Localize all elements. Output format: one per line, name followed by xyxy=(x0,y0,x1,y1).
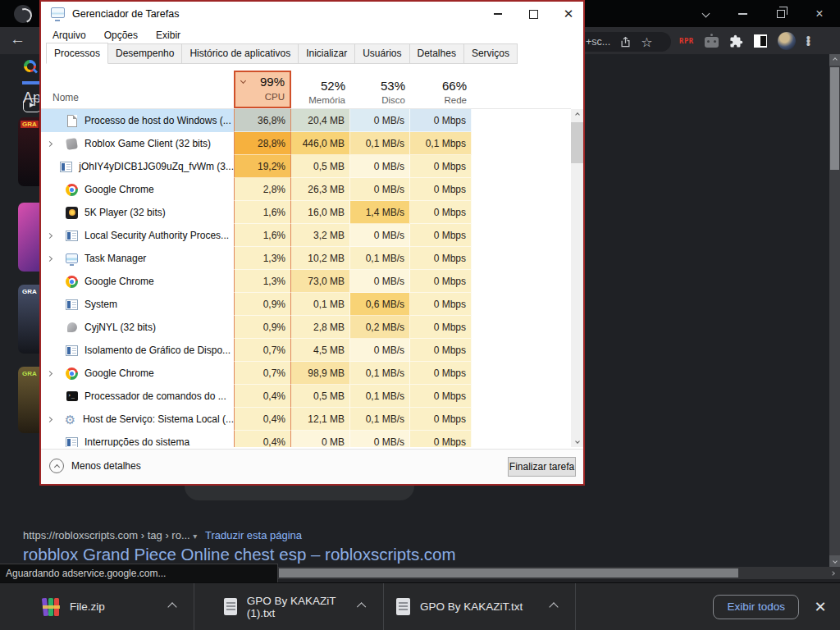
table-row[interactable]: Interrupções do sistema0,4%0 MB0 MB/s0 M… xyxy=(41,431,571,447)
robot-extension-icon[interactable] xyxy=(705,37,719,48)
tab-processos[interactable]: Processos xyxy=(46,43,108,64)
chevron-up-icon[interactable] xyxy=(549,602,558,611)
table-row[interactable]: Isolamento de Gráfico de Dispo...0,7%4,5… xyxy=(41,339,571,362)
table-row[interactable]: Google Chrome1,3%73,0 MB0 MB/s0 Mbps xyxy=(41,270,571,293)
video-play-icon xyxy=(23,98,41,112)
table-row[interactable]: jOhIY4yDICB1JG09uZq_fvWm (3...19,2%0,5 M… xyxy=(41,155,571,178)
disk-cell: 0,1 MB/s xyxy=(350,385,410,408)
download-item[interactable]: GPO By KAKAZiT (1).txt xyxy=(194,583,384,630)
memory-cell: 0,5 MB xyxy=(291,385,350,408)
menu-exibir[interactable]: Exibir xyxy=(156,30,180,41)
list-scroll-thumb[interactable] xyxy=(571,122,583,163)
share-icon[interactable] xyxy=(619,36,632,48)
process-name-cell: Roblox Game Client (32 bits) xyxy=(41,132,234,155)
column-header-disk[interactable]: 53% Disco xyxy=(350,79,405,105)
table-row[interactable]: Processo de host do Windows (...36,8%20,… xyxy=(41,109,571,132)
scroll-down-button[interactable] xyxy=(829,555,840,567)
scroll-right-button[interactable] xyxy=(826,567,838,579)
tab-detalhes[interactable]: Detalhes xyxy=(410,43,464,64)
tab-servi-os[interactable]: Serviços xyxy=(464,43,518,64)
cpu-cell: 0,7% xyxy=(234,339,291,362)
tab-favicon-icon[interactable] xyxy=(14,5,32,23)
process-name: Google Chrome xyxy=(84,276,154,287)
browser-status-bar: Aguardando adservice.google.com... xyxy=(0,564,278,582)
collapse-circle-icon xyxy=(49,459,64,473)
table-row[interactable]: Google Chrome2,8%26,3 MB0 MB/s0 Mbps xyxy=(41,178,571,201)
page-vertical-scrollbar[interactable] xyxy=(829,54,840,567)
column-header-memory[interactable]: 52% Memória xyxy=(291,79,345,105)
search-icon[interactable] xyxy=(24,60,36,72)
download-item[interactable]: File.zip xyxy=(0,583,194,630)
table-row[interactable]: System0,9%0,1 MB0,6 MB/s0 Mbps xyxy=(41,293,571,316)
end-task-button[interactable]: Finalizar tarefa xyxy=(508,457,576,477)
expand-chevron-icon[interactable] xyxy=(48,142,59,146)
process-name-cell: Interrupções do sistema xyxy=(41,431,234,447)
table-row[interactable]: 5K Player (32 bits)1,6%16,0 MB1,4 MB/s0 … xyxy=(41,201,571,224)
red-extension-icon[interactable]: RPR xyxy=(679,37,694,45)
tm-maximize-button[interactable] xyxy=(518,2,548,26)
chrome-icon xyxy=(65,183,79,197)
memory-cell: 0,5 MB xyxy=(291,155,350,178)
cpu-cell: 0,9% xyxy=(234,293,291,316)
gear-icon: ⚙ xyxy=(63,413,77,427)
less-details-button[interactable]: Menos detalhes xyxy=(49,459,141,473)
table-row[interactable]: Roblox Game Client (32 bits)28,8%446,0 M… xyxy=(41,132,571,155)
memory-cell: 3,2 MB xyxy=(291,224,350,247)
tab-hist-rico-de-aplicativos[interactable]: Histórico de aplicativos xyxy=(182,43,299,64)
menu-arquivo[interactable]: Arquivo xyxy=(52,30,86,41)
column-header-cpu[interactable]: 99% CPU xyxy=(234,71,291,108)
tm-minimize-button[interactable] xyxy=(483,2,513,26)
app-window-icon xyxy=(65,344,79,358)
column-header-network[interactable]: 66% Rede xyxy=(410,79,467,105)
video-thumbnail[interactable]: GRA xyxy=(18,285,39,354)
cpu-cell: 1,6% xyxy=(234,224,291,247)
video-thumbnail[interactable]: GRA xyxy=(18,117,39,186)
memory-cell: 0,1 MB xyxy=(291,293,350,316)
window-close-button[interactable]: × xyxy=(807,0,832,27)
tab-search-button[interactable] xyxy=(693,0,718,27)
scroll-up-button[interactable] xyxy=(829,54,840,66)
column-header-name[interactable]: Nome xyxy=(52,92,79,103)
back-button[interactable]: ← xyxy=(10,31,25,47)
menu-opções[interactable]: Opções xyxy=(104,30,138,41)
video-thumbnail[interactable] xyxy=(18,203,39,272)
download-filename: GPO By KAKAZiT.txt xyxy=(420,600,523,613)
profile-avatar[interactable] xyxy=(778,32,796,50)
tab-desempenho[interactable]: Desempenho xyxy=(108,43,182,64)
table-row[interactable]: Local Security Authority Proces...1,6%3,… xyxy=(41,224,571,247)
list-scroll-down-button[interactable] xyxy=(571,436,583,447)
table-row[interactable]: ⚙Host de Serviço: Sistema Local (...0,4%… xyxy=(41,408,571,431)
table-row[interactable]: ›_Processador de comandos do ...0,4%0,5 … xyxy=(41,385,571,408)
translate-link[interactable]: Traduzir esta página xyxy=(205,529,302,541)
table-row[interactable]: Google Chrome0,7%98,9 MB0,1 MB/s0 Mbps xyxy=(41,362,571,385)
download-item[interactable]: GPO By KAKAZiT.txt xyxy=(384,583,576,630)
window-restore-button[interactable] xyxy=(769,0,793,27)
horizontal-scroll-thumb[interactable] xyxy=(279,568,738,578)
extensions-puzzle-icon[interactable] xyxy=(729,34,743,48)
cpu-cell: 1,3% xyxy=(234,247,291,270)
address-bar[interactable]: +sc... ☆ xyxy=(579,32,671,52)
tab-inicializar[interactable]: Inicializar xyxy=(299,43,355,64)
expand-chevron-icon[interactable] xyxy=(48,257,59,261)
chevron-up-icon[interactable] xyxy=(167,602,176,611)
downloads-close-icon[interactable]: ✕ xyxy=(810,598,830,616)
process-list-scrollbar[interactable] xyxy=(571,109,583,447)
show-all-downloads-button[interactable]: Exibir todos xyxy=(713,595,799,619)
cpu-cell: 2,8% xyxy=(234,178,291,201)
video-thumbnail[interactable]: GRA xyxy=(18,367,39,433)
dropdown-triangle-icon[interactable]: ▾ xyxy=(193,532,197,541)
table-row[interactable]: Task Manager1,3%10,2 MB0,1 MB/s0 Mbps xyxy=(41,247,571,270)
table-row[interactable]: CyjNYL (32 bits)0,9%2,8 MB0,2 MB/s0 Mbps xyxy=(41,316,571,339)
task-manager-titlebar[interactable]: Gerenciador de Tarefas ✕ xyxy=(41,2,583,26)
vertical-scroll-thumb[interactable] xyxy=(830,67,839,170)
expand-chevron-icon[interactable] xyxy=(48,234,59,238)
expand-chevron-icon[interactable] xyxy=(48,418,57,422)
browser-menu-icon[interactable]: ••• xyxy=(806,36,810,46)
expand-chevron-icon[interactable] xyxy=(48,372,59,376)
list-scroll-up-button[interactable] xyxy=(571,109,583,121)
dark-mode-extension-icon[interactable] xyxy=(754,34,767,48)
tab-usu-rios[interactable]: Usuários xyxy=(355,43,409,64)
tm-close-button[interactable]: ✕ xyxy=(554,2,583,26)
window-minimize-button[interactable] xyxy=(730,0,755,27)
bookmark-star-icon[interactable]: ☆ xyxy=(641,34,652,50)
